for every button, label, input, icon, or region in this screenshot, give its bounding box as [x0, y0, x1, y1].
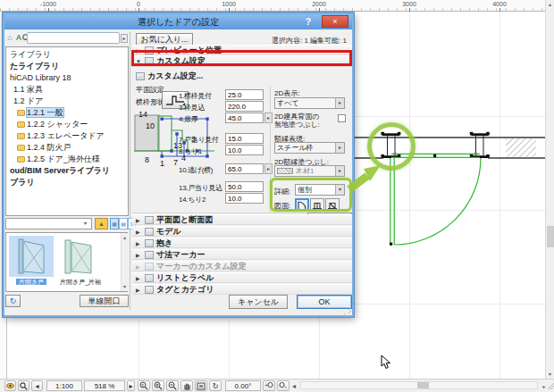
library-filter-combo[interactable]: ▾ [5, 218, 92, 229]
magnifier-plus-icon [154, 381, 163, 390]
field-input[interactable] [225, 193, 264, 204]
chevron-right-icon: ▶ [136, 287, 142, 293]
resize-grip[interactable] [344, 307, 351, 314]
hscroll-thumb[interactable] [417, 382, 429, 388]
selected-door[interactable] [390, 154, 481, 246]
window-resize-grip[interactable] [548, 383, 554, 389]
thumbnail-caption[interactable]: 片開き戸_片袖 [56, 278, 105, 287]
panel-model[interactable]: ▶ モデル [132, 226, 352, 237]
cancel-button[interactable]: キャンセル [229, 295, 288, 309]
backfill-checkbox[interactable] [338, 114, 346, 122]
vscroll-thumb[interactable] [547, 226, 554, 247]
tree-item[interactable]: oud/BIM Serverライブラリ [10, 165, 129, 177]
combo-menu-icon: ▸ [335, 166, 344, 176]
dialog-title: 選択したドアの設定 [138, 16, 219, 29]
tree-item[interactable]: 1.2.4 防火戸 [17, 142, 129, 154]
pane-splitter[interactable] [130, 31, 130, 310]
folder-icon [17, 110, 25, 116]
tree-item[interactable]: 1.2 ドア [13, 96, 129, 107]
collapse-panel-icon[interactable]: ◂ [31, 380, 43, 391]
panel-tags-categories[interactable]: ▶ タグとカテゴリ [132, 284, 352, 295]
backfill-label2: 無地塗つぶし: [274, 120, 320, 129]
zoom-indicator[interactable]: 518 % [84, 380, 125, 391]
tree-item[interactable]: 1.2.5 ドア_海外仕様 [17, 154, 129, 165]
frame-icon [197, 382, 206, 390]
frame-style-combo[interactable]: スチール枠 ▸ [274, 142, 345, 154]
ruler-label: 0 [135, 1, 142, 8]
scroll-down-icon[interactable]: ▾ [546, 370, 554, 379]
tree-item[interactable]: 1.2.2 シャッター [17, 119, 129, 130]
home-icon[interactable]: ⌂ [5, 33, 14, 43]
custom-settings-header[interactable]: カスタム設定... [136, 71, 203, 82]
add-zoom-icon[interactable]: + [263, 380, 275, 391]
chevron-right-icon: ▶ [136, 229, 142, 235]
field-input[interactable] [225, 113, 264, 123]
field-input[interactable] [225, 163, 264, 174]
tree-item[interactable]: hiCAD Library 18 [10, 72, 129, 84]
zoom-in-icon[interactable] [152, 380, 164, 391]
horizontal-scrollbar[interactable] [300, 381, 538, 389]
magnifier-add-icon: + [264, 381, 273, 390]
quick-options-icon[interactable] [4, 380, 16, 391]
diagram-label: 8 [145, 155, 149, 164]
previous-zoom-icon[interactable]: › [277, 380, 290, 391]
tree-item[interactable]: 1.2.3 エレベータドア [17, 130, 129, 142]
value-menu-icon[interactable]: ▸ [264, 113, 273, 123]
close-button[interactable]: × [322, 15, 348, 28]
zoom-out-icon[interactable] [166, 380, 179, 391]
help-button[interactable]: ? [302, 16, 315, 28]
field-input[interactable] [225, 145, 264, 155]
single-line-opening-button[interactable]: 単線開口 [80, 295, 129, 307]
scale-indicator[interactable]: 1:100 [46, 380, 82, 391]
thumbnail-caption-selected[interactable]: 片開き戸 [16, 279, 46, 285]
door-image [63, 238, 98, 275]
fill-pattern-swatch [277, 168, 293, 174]
library-search-input[interactable] [27, 32, 120, 44]
panel-dimension-marker[interactable]: ▶ 寸法マーカー [132, 249, 352, 260]
orientation-indicator[interactable]: 0.00° [225, 380, 261, 391]
scroll-up-icon[interactable]: ▴ [546, 0, 554, 10]
panel-reveal[interactable]: ▶ 抱き [132, 238, 352, 248]
field-input[interactable] [225, 101, 264, 112]
thumbnail-scrollbar[interactable]: ▴ ▾ [121, 233, 128, 291]
tree-item[interactable]: ブラリ [10, 177, 129, 188]
value-menu-icon[interactable]: ▸ [264, 163, 273, 174]
marker-custom-icon [145, 263, 154, 271]
door-thumbnail[interactable] [58, 236, 103, 277]
scroll-down-icon[interactable]: ▾ [122, 282, 128, 291]
rotate-view-icon[interactable]: ↻ [209, 380, 222, 391]
panel-listing-labeling[interactable]: ▶ リストとラベル [132, 272, 352, 283]
display-2d-combo[interactable]: すべて ▸ [274, 97, 345, 109]
magnifier-plusminus-icon: ± [139, 381, 148, 390]
tree-item[interactable]: ライブラリ [10, 49, 129, 61]
pan-icon[interactable] [180, 380, 193, 391]
field-input[interactable] [225, 133, 264, 144]
frame-fill-combo-disabled: 木材1 ▸ [274, 165, 345, 177]
zoom-menu-icon[interactable]: ▸ [127, 380, 135, 391]
zoom-document-icon[interactable] [18, 380, 29, 391]
fit-in-window-icon[interactable] [195, 380, 207, 391]
tree-item[interactable]: たライブラリ [10, 61, 129, 72]
zoom-options-icon[interactable]: ± [138, 380, 150, 391]
folder-up-button[interactable]: ▲ [95, 218, 108, 229]
reload-objects-icon[interactable]: ↻ [5, 295, 21, 307]
field-input[interactable] [225, 181, 264, 192]
vertical-scrollbar[interactable]: ▴ ▾ [545, 0, 554, 379]
dialog-titlebar[interactable]: 選択したドアの設定 [4, 14, 352, 29]
field-label: 8.ちり1 [179, 146, 225, 156]
back-arrow-icon[interactable]: ◂ [292, 382, 296, 390]
folder-icon [17, 145, 25, 151]
scroll-up-icon[interactable]: ▴ [122, 233, 128, 242]
small-icons-view-button[interactable]: ▤ [119, 218, 128, 229]
field-input[interactable] [225, 89, 264, 100]
ruler-label: 2000 [310, 1, 328, 8]
field-label: 4.扉厚 [179, 114, 225, 124]
large-icons-view-button[interactable]: ▦ [110, 218, 119, 229]
tree-item[interactable]: 1.1 家具 [13, 84, 129, 96]
panel-floorplan-section[interactable]: ▶ 平面図と断面図 [132, 214, 352, 225]
door-thumbnail-selected[interactable] [9, 236, 54, 277]
ruler-label: -1000 [38, 1, 58, 8]
tree-item-selected[interactable]: 1.2.1 一般 [17, 107, 129, 119]
door-swing-arc [394, 158, 481, 245]
search-options-icon[interactable]: ▸ [121, 34, 128, 43]
